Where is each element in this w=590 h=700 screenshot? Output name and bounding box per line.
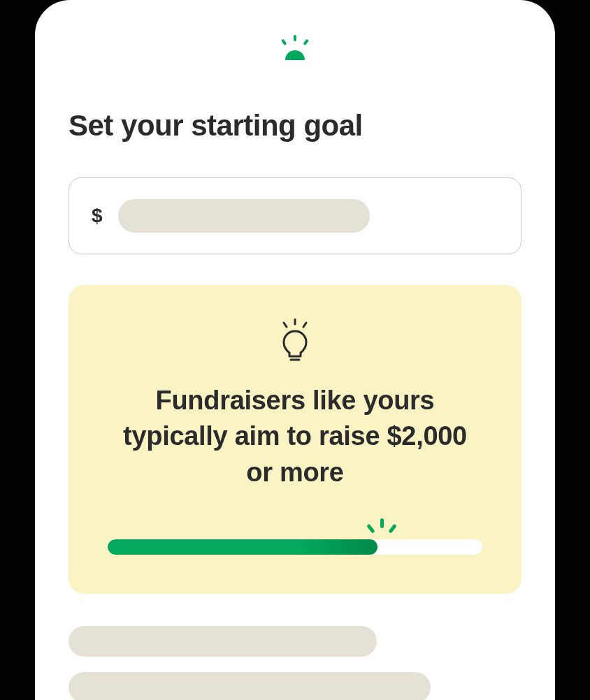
svg-rect-0 (294, 35, 296, 41)
spark-icon (362, 517, 401, 539)
tip-message: Fundraisers like yours typically aim to … (108, 383, 482, 490)
svg-rect-9 (389, 524, 398, 534)
skeleton-line (69, 672, 431, 700)
svg-rect-1 (281, 39, 287, 46)
skeleton-line (69, 626, 377, 657)
app-screen: Set your starting goal $ Fundraisers lik… (35, 0, 555, 700)
skeleton-placeholder-group (69, 626, 521, 700)
svg-rect-2 (303, 39, 308, 46)
svg-line-5 (303, 323, 306, 327)
logo-container (69, 35, 521, 60)
progress-fill (108, 539, 377, 555)
svg-line-4 (284, 323, 287, 327)
svg-rect-7 (380, 518, 384, 528)
page-title: Set your starting goal (69, 109, 521, 143)
sunrise-logo-icon (275, 35, 315, 60)
lightbulb-icon-wrap (108, 319, 482, 362)
goal-amount-input[interactable]: $ (69, 177, 521, 254)
goal-tip-card: Fundraisers like yours typically aim to … (69, 285, 521, 594)
amount-placeholder (118, 199, 370, 233)
progress-container (108, 520, 482, 555)
progress-bar (108, 539, 482, 555)
lightbulb-icon (279, 319, 311, 362)
currency-symbol: $ (92, 205, 103, 227)
svg-rect-8 (367, 524, 376, 534)
